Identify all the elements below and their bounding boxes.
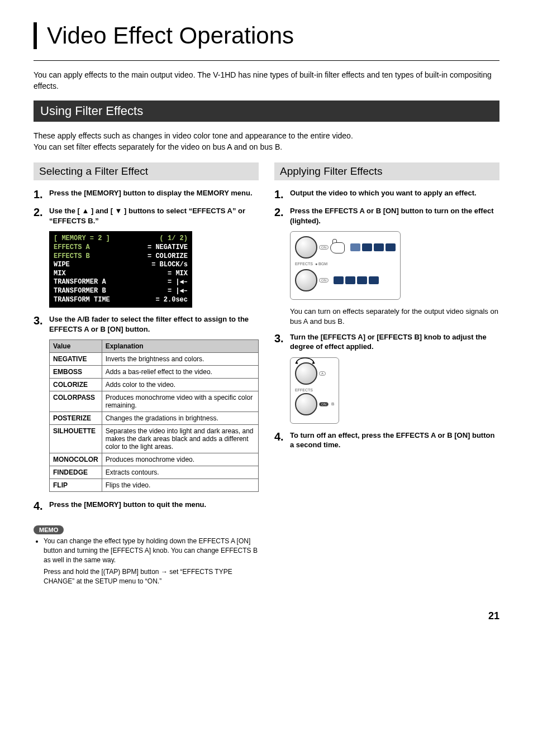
effects-label: EFFECTS <box>295 388 334 392</box>
section-head-using-filter-effects: Using Filter Effects <box>34 101 499 122</box>
apply-step-3-text: Turn the [EFFECTS A] or [EFFECTS B] knob… <box>290 332 499 352</box>
table-row: NEGATIVEInverts the brightness and color… <box>50 353 259 366</box>
page-number: 21 <box>34 610 499 622</box>
apply-step-4-text: To turn off an effect, press the EFFECTS… <box>290 430 499 450</box>
table-head-explanation: Explanation <box>102 340 258 353</box>
memo-item: Press and hold the [(TAP) BPM] button → … <box>44 567 259 586</box>
step-1-text: Press the [MEMORY] button to display the… <box>49 188 253 200</box>
b-label: B <box>331 401 334 406</box>
illustration-effects-panel-press: ON EFFECTS ● BGM ON <box>290 231 499 300</box>
table-row: POSTERIZEChanges the gradations in brigh… <box>50 412 259 425</box>
table-row: MONOCOLORProduces monochrome video. <box>50 453 259 466</box>
step-2-text: Use the [ ▲ ] and [ ▼ ] buttons to selec… <box>49 206 259 226</box>
effects-b-knob-icon <box>295 269 317 291</box>
effects-b-knob-icon <box>295 393 317 415</box>
step-number: 2. <box>274 206 290 226</box>
table-head-value: Value <box>50 340 102 353</box>
preview-button-icon <box>374 243 384 251</box>
preview-button-icon <box>369 276 379 284</box>
step-number: 3. <box>34 314 49 334</box>
step-3-text: Use the A/B fader to select the filter e… <box>49 314 259 334</box>
table-row: EMBOSSAdds a bas-relief effect to the vi… <box>50 366 259 379</box>
step-number: 1. <box>34 188 49 200</box>
apply-step-1-text: Output the video to which you want to ap… <box>290 188 477 200</box>
on-a-indicator: A <box>319 371 326 376</box>
illustration-effects-knob-turn: A EFFECTS ON B <box>290 357 499 424</box>
table-row: FINDEDGEExtracts contours. <box>50 466 259 479</box>
step-number: 3. <box>274 332 290 352</box>
on-a-indicator: ON <box>319 245 329 250</box>
table-row: FLIPFlips the video. <box>50 479 259 492</box>
preview-button-icon <box>345 276 355 284</box>
rotate-arrows-icon <box>293 356 317 367</box>
apply-step-2-note: You can turn on effects separately for t… <box>290 307 499 326</box>
effects-a-knob-icon <box>295 236 317 259</box>
preview-button-icon <box>350 243 360 251</box>
lcd-screen-memory-menu: [ MEMORY = 2 ]( 1/ 2)EFFECTS A= NEGATIVE… <box>49 231 192 308</box>
memo-item: You can change the effect type by holdin… <box>44 537 259 564</box>
step-4-text: Press the [MEMORY] button to quit the me… <box>49 500 206 512</box>
bgm-label: ● BGM <box>315 262 327 266</box>
apply-step-2-text: Press the EFFECTS A or B [ON] button to … <box>290 206 499 226</box>
hand-press-icon <box>330 239 347 256</box>
sub-head-applying: Applying Filter Effects <box>274 162 499 180</box>
section-desc: These apply effects such as changes in v… <box>34 131 499 152</box>
memo-badge: MEMO <box>34 525 64 534</box>
sub-head-selecting: Selecting a Filter Effect <box>34 162 259 180</box>
step-number: 1. <box>274 188 290 200</box>
filter-effects-table: Value Explanation NEGATIVEInverts the br… <box>49 339 259 492</box>
preview-button-icon <box>334 276 344 284</box>
intro-text: You can apply effects to the main output… <box>34 70 499 92</box>
preview-button-icon <box>357 276 367 284</box>
on-b-indicator: ON <box>319 402 329 406</box>
step-number: 2. <box>34 206 49 226</box>
memo-list: You can change the effect type by holdin… <box>44 537 259 586</box>
preview-button-icon <box>386 243 396 251</box>
table-row: COLORPASSProduces monochrome video with … <box>50 391 259 412</box>
step-number: 4. <box>34 500 49 512</box>
page-title: Video Effect Operations <box>47 22 499 49</box>
table-row: COLORIZEAdds color to the video. <box>50 379 259 391</box>
effects-label: EFFECTS <box>295 262 313 266</box>
table-row: SILHOUETTESeparates the video into light… <box>50 425 259 453</box>
step-number: 4. <box>274 430 290 450</box>
preview-button-icon <box>362 243 372 251</box>
on-b-indicator: ON <box>319 278 329 283</box>
